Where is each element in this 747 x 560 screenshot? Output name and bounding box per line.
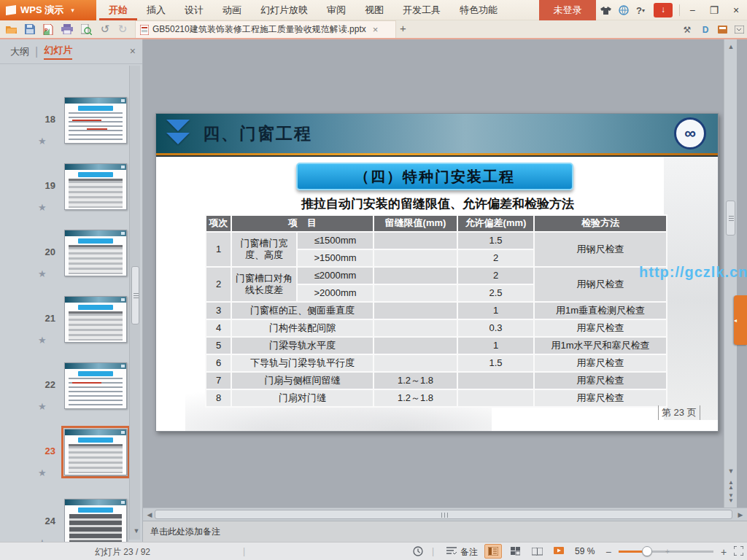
tab-developer[interactable]: 开发工具 [393, 0, 450, 20]
zoom-slider-tick: + [665, 548, 670, 556]
cell-dev: 1 [457, 302, 534, 319]
slide-sorter-view-button[interactable] [506, 544, 524, 559]
scroll-up-icon[interactable]: ▲ [724, 41, 738, 52]
cell-no: 4 [206, 319, 231, 337]
cell-item: 门扇对门缝 [231, 389, 374, 407]
cell-no: 3 [206, 302, 231, 319]
wps-logo-icon [6, 5, 16, 15]
side-toolbar-tab[interactable]: ◂ [734, 295, 747, 345]
zoom-in-icon[interactable]: + [721, 546, 727, 558]
slide-thumbnail[interactable] [64, 499, 127, 542]
cell-no: 7 [206, 372, 231, 389]
cell-dev: 1.5 [457, 354, 534, 372]
minimize-button[interactable]: − [683, 0, 702, 20]
print-icon[interactable] [60, 23, 74, 36]
thumbnail-scrollbar-thumb[interactable] [131, 266, 139, 324]
animation-star-icon: ★ [38, 202, 47, 213]
slideshow-button[interactable] [550, 544, 568, 559]
cell-dev: 2.5 [457, 284, 534, 302]
previous-slide-icon[interactable]: ▲▲ [724, 480, 738, 490]
hide-toolbar-icon[interactable] [732, 23, 746, 36]
tab-animation[interactable]: 动画 [213, 0, 251, 20]
reading-view-button[interactable] [528, 544, 546, 559]
horizontal-scrollbar-thumb[interactable] [155, 510, 732, 519]
quick-access-toolbar: P ↺ ↻ ▾• GB50210建筑装饰装修工程施工质量验收规范解读.pptx … [0, 20, 747, 39]
col-header: 项次 [206, 215, 231, 232]
cell-no: 5 [206, 337, 231, 354]
restore-button[interactable]: ❐ [705, 0, 724, 20]
docer-icon[interactable]: D [698, 23, 713, 36]
cell-item: 门梁导轨水平度 [231, 337, 374, 354]
vertical-scrollbar-thumb[interactable] [726, 201, 735, 236]
statusbar-divider: | [243, 546, 245, 556]
app-menu-button[interactable]: WPS 演示 ▾ [0, 0, 96, 20]
tab-special-features[interactable]: 特色功能 [450, 0, 507, 20]
slide-section-title: 四、门窗工程 [203, 122, 312, 145]
cell-gap: 1.2～1.8 [374, 389, 457, 407]
tab-home[interactable]: 开始 [99, 0, 137, 20]
cell-gap [374, 337, 457, 354]
slide-subtitle[interactable]: 推拉自动门安装的留缝限值、允许偏差和检验方法 [156, 195, 719, 212]
tab-design[interactable]: 设计 [175, 0, 213, 20]
normal-view-button[interactable] [484, 544, 502, 559]
scroll-left-icon[interactable]: ◀ [144, 509, 155, 521]
slide-thumbnail[interactable] [64, 97, 127, 144]
slide-thumbnail-selected[interactable] [64, 429, 127, 475]
tab-insert[interactable]: 插入 [137, 0, 175, 20]
notes-lines-icon[interactable] [446, 546, 457, 555]
slide-thumbnail[interactable] [64, 163, 127, 210]
panel-icon[interactable] [715, 23, 729, 36]
panel-tabs: 大纲 | 幻灯片 × [0, 39, 143, 64]
login-button[interactable]: 未登录 [539, 0, 596, 20]
slide-thumbnail[interactable] [64, 296, 127, 343]
panel-close-icon[interactable]: × [130, 45, 136, 57]
panel-tab-divider: | [35, 45, 38, 58]
cell-dev [457, 372, 534, 389]
animation-star-icon: ★ [38, 268, 47, 279]
tab-slideshow[interactable]: 幻灯片放映 [251, 0, 317, 20]
export-pdf-icon[interactable]: P [41, 23, 55, 36]
slide-counter: 幻灯片 23 / 92 [95, 546, 150, 559]
print-preview-icon[interactable] [79, 23, 93, 36]
undo-icon[interactable]: ↺ [98, 23, 112, 36]
notes-placeholder[interactable]: 单击此处添加备注 [143, 521, 747, 542]
slide-number: 19 [34, 180, 55, 191]
skin-icon[interactable] [598, 4, 613, 17]
document-tab-close-icon[interactable]: × [373, 24, 379, 35]
tab-view[interactable]: 视图 [355, 0, 393, 20]
double-triangle-icon [166, 133, 190, 144]
slide-title-box[interactable]: （四）特种门安装工程 [296, 163, 573, 190]
notes-toggle-label[interactable]: 备注 [460, 546, 478, 559]
zoom-slider-knob[interactable] [642, 546, 652, 556]
open-file-icon[interactable] [4, 23, 19, 36]
horizontal-scrollbar[interactable]: ◀ ▶ [143, 508, 747, 521]
slide-thumbnail[interactable] [64, 362, 127, 409]
slides-tab[interactable]: 幻灯片 [44, 44, 72, 60]
history-icon[interactable] [413, 546, 423, 556]
thumbnail-scroll-down-icon[interactable]: ▼ [130, 525, 143, 537]
save-icon[interactable] [23, 23, 37, 36]
tab-review[interactable]: 审阅 [317, 0, 355, 20]
table-row: 8 门扇对门缝 1.2～1.8 用塞尺检查 [206, 389, 667, 407]
fit-to-window-icon[interactable] [734, 546, 743, 556]
outline-tab[interactable]: 大纲 [10, 45, 29, 58]
download-upgrade-icon[interactable]: ↓ [654, 3, 673, 18]
scroll-down-icon[interactable]: ▼ [724, 465, 738, 477]
zoom-out-icon[interactable]: − [605, 546, 611, 558]
spec-table[interactable]: 项次 项 目 留缝限值(mm) 允许偏差(mm) 检验方法 1 门窗槽门宽度、高… [205, 214, 667, 408]
next-slide-icon[interactable]: ▼▼ [724, 493, 738, 503]
cell-gap [374, 302, 457, 319]
new-tab-button[interactable]: + [400, 22, 406, 34]
scroll-right-icon[interactable]: ▶ [735, 509, 746, 521]
thumbnail-scrollbar[interactable]: ▼ [129, 66, 140, 540]
share-globe-icon[interactable] [616, 4, 631, 17]
help-icon[interactable]: ?▾ [633, 4, 648, 17]
cell-item: 下导轨与门梁导轨平行度 [231, 354, 374, 372]
redo-icon[interactable]: ↻ [115, 23, 130, 36]
tools-icon[interactable]: ⚒ [680, 23, 694, 36]
slide-canvas[interactable]: 四、门窗工程 ∞ （四）特种门安装工程 推拉自动门安装的留缝限值、允许偏差和检验… [155, 113, 719, 432]
document-tab[interactable]: GB50210建筑装饰装修工程施工质量验收规范解读.pptx × [135, 20, 396, 38]
close-window-button[interactable]: × [727, 0, 746, 20]
slide-number: 22 [34, 379, 55, 390]
slide-thumbnail[interactable] [64, 230, 127, 276]
